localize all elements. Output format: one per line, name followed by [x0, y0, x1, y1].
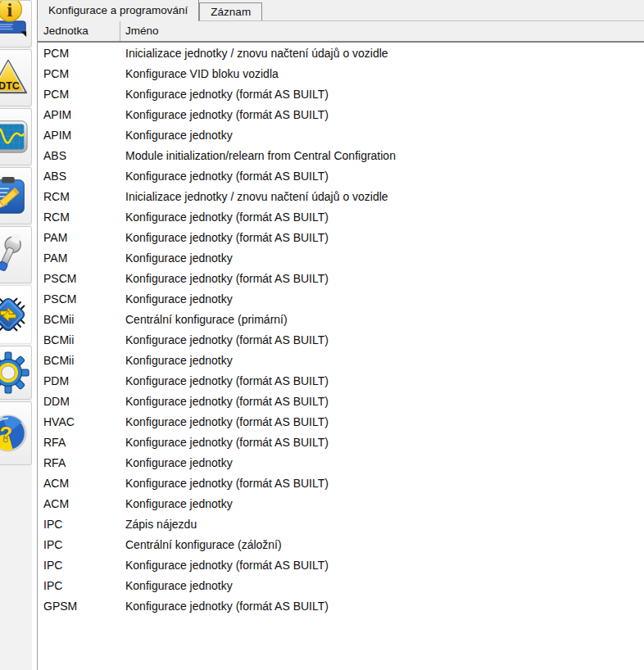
row-unit-cell: APIM [38, 108, 120, 121]
table-row[interactable]: IPC Centrální konfigurace (záložní) [38, 534, 644, 555]
wrench-icon [0, 233, 29, 276]
table-row[interactable]: ABS Module initialization/relearn from C… [38, 145, 644, 165]
dtc-glyph: DTC [0, 80, 20, 92]
row-unit-cell: IPC [38, 559, 120, 572]
main-panel: Konfigurace a programování Záznam Jednot… [32, 0, 644, 670]
table-row[interactable]: HVAC Konfigurace jednotky (formát AS BUI… [38, 411, 644, 432]
table-row[interactable]: BCMii Centrální konfigurace (primární) [38, 309, 644, 329]
info-book-icon: i [0, 0, 29, 39]
sidebar-button-dtc[interactable]: DTC [0, 49, 32, 106]
table-row[interactable]: IPC Konfigurace jednotky [38, 575, 644, 595]
row-name-cell: Konfigurace jednotky (formát AS BUILT) [120, 477, 644, 490]
table-body: PCM Inicializace jednotky / znovu načten… [38, 43, 644, 670]
table-row[interactable]: APIM Konfigurace jednotky [38, 124, 644, 145]
table-row[interactable]: ACM Konfigurace jednotky [38, 493, 644, 514]
table-row[interactable]: PCM Konfigurace jednotky (formát AS BUIL… [38, 84, 644, 104]
table-row[interactable]: BCMii Konfigurace jednotky [38, 350, 644, 370]
row-name-cell: Centrální konfigurace (záložní) [120, 538, 644, 551]
row-name-cell: Konfigurace jednotky (formát AS BUILT) [120, 170, 644, 183]
row-unit-cell: BCMii [38, 313, 120, 326]
row-name-cell: Konfigurace jednotky (formát AS BUILT) [120, 231, 644, 244]
row-unit-cell: ABS [38, 170, 120, 183]
row-name-cell: Konfigurace jednotky (formát AS BUILT) [120, 600, 644, 613]
row-name-cell: Module initialization/relearn from Centr… [120, 149, 644, 162]
row-name-cell: Zápis nájezdu [120, 518, 644, 531]
table-row[interactable]: BCMii Konfigurace jednotky (formát AS BU… [38, 329, 644, 350]
chip-icon [0, 293, 29, 336]
row-unit-cell: PCM [38, 47, 120, 60]
row-name-cell: Inicializace jednotky / znovu načtení úd… [120, 190, 644, 203]
row-name-cell: Konfigurace jednotky [120, 579, 644, 592]
help-question-icon: ? [0, 412, 29, 455]
row-unit-cell: RCM [38, 190, 120, 203]
row-name-cell: Konfigurace jednotky (formát AS BUILT) [120, 108, 644, 121]
row-name-cell: Konfigurace jednotky [120, 497, 644, 510]
row-unit-cell: ABS [38, 149, 120, 162]
row-unit-cell: PDM [38, 374, 120, 387]
row-unit-cell: PAM [38, 231, 120, 244]
row-name-cell: Konfigurace jednotky [120, 251, 644, 265]
table-row[interactable]: RFA Konfigurace jednotky [38, 452, 644, 473]
row-unit-cell: ACM [38, 497, 120, 510]
column-header-unit[interactable]: Jednotka [38, 21, 120, 41]
row-unit-cell: HVAC [38, 415, 120, 428]
oscilloscope-icon [0, 115, 29, 158]
table-row[interactable]: RCM Konfigurace jednotky (formát AS BUIL… [38, 206, 644, 227]
table-row[interactable]: PCM Inicializace jednotky / znovu načten… [38, 43, 644, 63]
row-name-cell: Konfigurace jednotky (formát AS BUILT) [120, 395, 644, 408]
row-name-cell: Konfigurace jednotky (formát AS BUILT) [120, 272, 644, 285]
row-unit-cell: DDM [38, 395, 120, 408]
row-unit-cell: IPC [38, 518, 120, 531]
sidebar-button-settings[interactable] [0, 346, 32, 400]
table-row[interactable]: ACM Konfigurace jednotky (formát AS BUIL… [38, 473, 644, 493]
row-name-cell: Konfigurace jednotky [120, 354, 644, 367]
table-row[interactable]: PAM Konfigurace jednotky (formát AS BUIL… [38, 227, 644, 247]
row-unit-cell: RFA [38, 436, 120, 449]
row-unit-cell: BCMii [38, 354, 120, 367]
row-unit-cell: PCM [38, 67, 120, 80]
table-row[interactable]: PCM Konfigurace VID bloku vozidla [38, 63, 644, 84]
column-header-name[interactable]: Jméno [120, 21, 644, 41]
sidebar-button-oscilloscope[interactable] [0, 108, 32, 165]
gear-icon [0, 351, 29, 394]
row-name-cell: Inicializace jednotky / znovu načtení úd… [120, 47, 644, 60]
row-name-cell: Konfigurace VID bloku vozidla [120, 67, 644, 80]
info-glyph: i [7, 0, 13, 20]
sidebar-button-help[interactable]: ? [0, 401, 32, 465]
functions-list: Jednotka Jméno PCM Inicializace jednotky… [37, 21, 644, 670]
sidebar-button-configuration-programming[interactable] [0, 285, 32, 344]
table-row[interactable]: PSCM Konfigurace jednotky (formát AS BUI… [38, 268, 644, 288]
table-row[interactable]: IPC Zápis nájezdu [38, 514, 644, 534]
sidebar-button-log-editor[interactable] [0, 167, 32, 224]
table-row[interactable]: PSCM Konfigurace jednotky [38, 288, 644, 309]
row-unit-cell: BCMii [38, 333, 120, 346]
row-name-cell: Konfigurace jednotky [120, 292, 644, 306]
sidebar: i DTC [0, 0, 32, 670]
table-row[interactable]: RFA Konfigurace jednotky (formát AS BUIL… [38, 432, 644, 452]
table-row[interactable]: APIM Konfigurace jednotky (formát AS BUI… [38, 104, 644, 124]
sidebar-button-vehicle-info[interactable]: i [0, 0, 32, 48]
table-row[interactable]: RCM Inicializace jednotky / znovu načten… [38, 186, 644, 206]
table-row[interactable]: PAM Konfigurace jednotky [38, 247, 644, 268]
row-name-cell: Konfigurace jednotky [120, 129, 644, 142]
row-name-cell: Konfigurace jednotky (formát AS BUILT) [120, 415, 644, 428]
table-row[interactable]: IPC Konfigurace jednotky (formát AS BUIL… [38, 555, 644, 575]
row-name-cell: Konfigurace jednotky [120, 456, 644, 469]
row-unit-cell: RCM [38, 211, 120, 224]
table-row[interactable]: GPSM Konfigurace jednotky (formát AS BUI… [38, 595, 644, 616]
table-row[interactable]: ABS Konfigurace jednotky (formát AS BUIL… [38, 165, 644, 186]
sidebar-button-service-functions[interactable] [0, 226, 32, 283]
row-unit-cell: IPC [38, 579, 120, 592]
dtc-warning-triangle-icon: DTC [0, 57, 29, 99]
tab-log[interactable]: Záznam [199, 2, 262, 20]
table-row[interactable]: DDM Konfigurace jednotky (formát AS BUIL… [38, 391, 644, 411]
row-unit-cell: ACM [38, 477, 120, 490]
row-unit-cell: RFA [38, 456, 120, 469]
table-row[interactable]: PDM Konfigurace jednotky (formát AS BUIL… [38, 370, 644, 391]
clipboard-pencil-icon [0, 174, 29, 217]
row-name-cell: Konfigurace jednotky (formát AS BUILT) [120, 88, 644, 101]
row-unit-cell: PSCM [38, 292, 120, 306]
row-unit-cell: PSCM [38, 272, 120, 285]
tab-configuration-programming[interactable]: Konfigurace a programování [37, 0, 199, 21]
tab-bar: Konfigurace a programování Záznam [37, 0, 644, 21]
